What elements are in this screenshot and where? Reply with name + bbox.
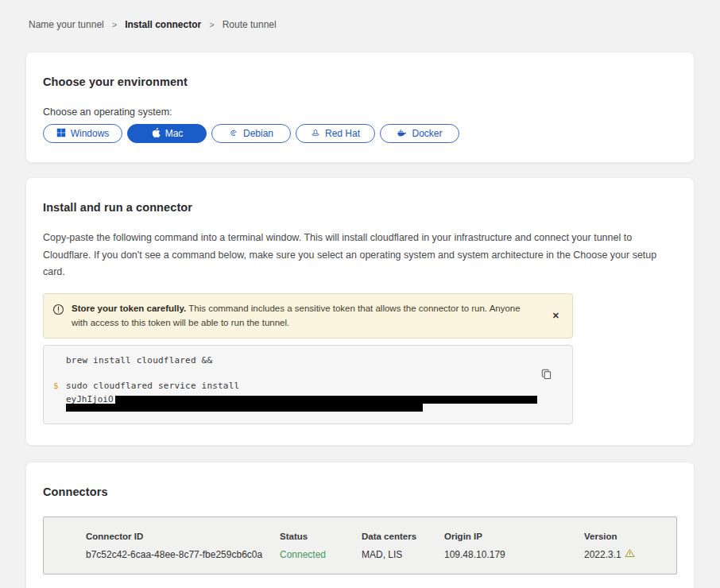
os-button-label: Mac	[165, 128, 184, 139]
alert-circle-icon	[52, 304, 64, 319]
origin-ip-value: 109.48.10.179	[444, 549, 584, 560]
os-button-windows[interactable]: Windows	[43, 124, 122, 143]
code-gap	[44, 365, 537, 381]
redhat-icon	[311, 128, 320, 140]
connectors-table: Connector ID Status Data centers Origin …	[43, 516, 677, 574]
breadcrumb-separator: >	[209, 20, 214, 29]
copy-icon[interactable]	[540, 367, 553, 384]
token-line: eyJhIjoiO	[44, 395, 537, 404]
col-header-data-centers: Data centers	[362, 532, 444, 541]
data-centers-value: MAD, LIS	[362, 549, 444, 560]
token-warning-banner: Store your token carefully. This command…	[43, 293, 573, 339]
install-connector-card: Install and run a connector Copy-paste t…	[25, 177, 695, 446]
connector-id-value: b7c52c42-6caa-48ee-8c77-fbe259cb6c0a	[86, 549, 280, 560]
redaction-bar	[115, 396, 537, 404]
os-button-mac[interactable]: Mac	[127, 124, 207, 143]
install-command-code-block: brew install cloudflared && $ sudo cloud…	[43, 345, 573, 424]
install-description: Copy-paste the following command into a …	[43, 230, 677, 281]
breadcrumb: Name your tunnel > Install connector > R…	[25, 0, 695, 30]
connectors-table-header: Connector ID Status Data centers Origin …	[86, 532, 676, 541]
os-button-debian[interactable]: Debian	[211, 124, 291, 143]
code-line-sudo: sudo cloudflared service install	[44, 381, 537, 390]
breadcrumb-install-connector[interactable]: Install connector	[125, 19, 201, 30]
col-header-connector-id: Connector ID	[86, 532, 280, 541]
token-warning-bold: Store your token carefully.	[72, 304, 186, 313]
breadcrumb-separator: >	[112, 20, 117, 29]
col-header-status: Status	[280, 532, 362, 541]
shell-prompt: $	[53, 381, 59, 390]
os-button-group: Windows Mac Debian Red Hat Docker	[43, 124, 677, 143]
token-prefix-text: eyJhIjoiO	[66, 395, 114, 404]
col-header-origin-ip: Origin IP	[444, 532, 584, 541]
close-icon[interactable]: ✕	[548, 308, 564, 324]
debian-icon	[229, 128, 238, 140]
os-button-label: Docker	[412, 128, 442, 139]
windows-icon	[56, 128, 66, 140]
environment-card: Choose your environment Choose an operat…	[25, 52, 695, 163]
docker-icon	[397, 128, 407, 140]
os-button-redhat[interactable]: Red Hat	[296, 124, 375, 143]
os-button-label: Windows	[71, 128, 110, 139]
os-chooser-label: Choose an operating system:	[43, 106, 677, 118]
breadcrumb-route-tunnel[interactable]: Route tunnel	[223, 19, 277, 30]
connectors-card-title: Connectors	[43, 485, 677, 498]
connectors-card: Connectors Connector ID Status Data cent…	[25, 462, 695, 588]
breadcrumb-name-your-tunnel[interactable]: Name your tunnel	[29, 19, 104, 30]
version-number: 2022.3.1	[584, 549, 621, 560]
token-warning-text: Store your token carefully. This command…	[72, 301, 528, 331]
col-header-version: Version	[584, 532, 676, 541]
environment-card-title: Choose your environment	[43, 75, 677, 88]
tunnel-setup-page: Name your tunnel > Install connector > R…	[0, 0, 720, 588]
install-card-title: Install and run a connector	[43, 201, 677, 214]
code-line-brew: brew install cloudflared &&	[44, 356, 537, 365]
code-line-sudo-wrap: $ sudo cloudflared service install	[44, 381, 537, 390]
status-badge: Connected	[280, 549, 362, 560]
apple-icon	[151, 127, 161, 141]
warning-triangle-icon	[625, 548, 635, 560]
redaction-bar	[66, 404, 423, 412]
os-button-label: Debian	[243, 128, 273, 139]
version-value: 2022.3.1	[584, 548, 676, 560]
table-row: b7c52c42-6caa-48ee-8c77-fbe259cb6c0a Con…	[86, 548, 676, 560]
os-button-docker[interactable]: Docker	[380, 124, 459, 143]
token-line-2	[44, 404, 537, 413]
os-button-label: Red Hat	[325, 128, 360, 139]
